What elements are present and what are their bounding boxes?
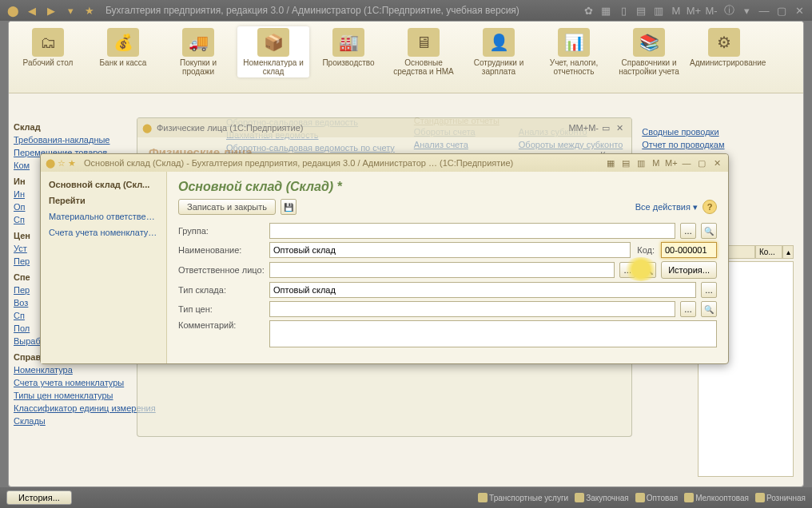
- calc-icon[interactable]: ▤: [633, 2, 649, 18]
- ribbon-admin[interactable]: ⚙Администрирование: [688, 26, 760, 69]
- doc-icon: [478, 493, 488, 502]
- input-group[interactable]: [269, 223, 675, 239]
- modal-fav-icon[interactable]: ★: [68, 158, 76, 169]
- bg-window-close-icon[interactable]: ✕: [613, 123, 627, 133]
- input-ptype[interactable]: [269, 301, 675, 317]
- doc-icon: [575, 493, 584, 502]
- modal-heading: Основной склад (Склад) *: [178, 180, 717, 194]
- menu-icon[interactable]: ▾: [738, 2, 754, 18]
- save-icon-button[interactable]: 💾: [281, 199, 297, 215]
- label-wtype: Тип склада:: [178, 285, 265, 295]
- modal-mem-m[interactable]: M: [650, 158, 663, 168]
- submenu-link[interactable]: Сводные проводки: [642, 125, 724, 138]
- bg-window-logo-icon: ⬤: [142, 123, 152, 133]
- mem-mplus[interactable]: M+: [686, 2, 702, 18]
- statusbar: История... Транспортные услуги Закупочна…: [0, 487, 812, 508]
- input-code[interactable]: [661, 242, 717, 258]
- modal-body: Основной склад (Склад) * Записать и закр…: [167, 172, 728, 363]
- note-icon[interactable]: ▯: [615, 2, 631, 18]
- help-icon[interactable]: ⓘ: [721, 2, 737, 18]
- logo-icon: ⬤: [5, 2, 21, 18]
- ptype-search-icon[interactable]: 🔍: [701, 301, 717, 317]
- modal-logo-icon: ⬤: [46, 158, 55, 169]
- status-link[interactable]: Транспортные услуги: [478, 493, 568, 502]
- mem-m[interactable]: M: [668, 2, 684, 18]
- bg-window-min-icon[interactable]: ▭: [599, 123, 613, 133]
- dropdown-icon[interactable]: ▾: [62, 2, 78, 18]
- app-titlebar: ⬤ ◀ ▶ ▾ ★ Бухгалтерия предприятия, редак…: [0, 0, 812, 21]
- modal-max-icon[interactable]: ▢: [695, 158, 708, 169]
- calendar-icon[interactable]: ▥: [651, 2, 667, 18]
- input-comment[interactable]: [269, 320, 717, 347]
- modal-mem-mp[interactable]: M+: [665, 158, 678, 168]
- ribbon-sales[interactable]: 🚚Покупки и продажи: [162, 26, 234, 77]
- input-wtype[interactable]: [269, 282, 696, 298]
- status-link[interactable]: Мелкооптовая: [684, 493, 749, 502]
- label-ptype: Тип цен:: [178, 304, 265, 314]
- modal-star-icon[interactable]: ☆: [58, 158, 66, 169]
- modal-nav-accounts[interactable]: Счета учета номенклатуры: [41, 224, 166, 240]
- modal-min-icon[interactable]: —: [680, 158, 693, 168]
- all-actions-link[interactable]: Все действия ▾: [635, 202, 698, 212]
- label-code: Код:: [635, 245, 656, 255]
- label-group: Группа:: [178, 226, 265, 236]
- bg-mem-mp[interactable]: M+: [576, 123, 589, 133]
- close-icon[interactable]: ✕: [791, 2, 807, 18]
- ribbon-hr[interactable]: 👤Сотрудники и зарплата: [463, 26, 535, 77]
- modal-titlebar[interactable]: ⬤ ☆ ★ Основной склад (Склад) - Бухгалтер…: [41, 154, 728, 172]
- right-col-scroll[interactable]: ▴: [782, 245, 794, 259]
- label-name: Наименование:: [178, 245, 265, 255]
- submenu-link[interactable]: Отчет по проводкам: [642, 138, 724, 151]
- right-col-2[interactable]: Ко...: [755, 245, 782, 259]
- modal-nav-goto: Перейти: [41, 192, 166, 208]
- ribbon-assets[interactable]: 🖥Основные средства и НМА: [388, 26, 460, 77]
- ribbon: 🗂Рабочий стол 💰Банк и касса 🚚Покупки и п…: [9, 22, 803, 93]
- maximize-icon[interactable]: ▢: [774, 2, 790, 18]
- ribbon-bank[interactable]: 💰Банк и касса: [87, 26, 159, 69]
- modal-toolbar: Записать и закрыть 💾 Все действия ▾ ?: [178, 199, 717, 215]
- modal-nav: Основной склад (Скл... Перейти Материаль…: [41, 172, 167, 363]
- modal-tool1-icon[interactable]: ▦: [604, 158, 617, 169]
- app-title: Бухгалтерия предприятия, редакция 3.0 / …: [101, 5, 577, 16]
- status-link[interactable]: Закупочная: [575, 493, 629, 502]
- modal-tool2-icon[interactable]: ▤: [619, 158, 632, 169]
- label-resp: Ответственное лицо:: [178, 265, 265, 275]
- resp-select-icon[interactable]: …: [619, 262, 635, 278]
- help-icon[interactable]: ?: [703, 200, 717, 214]
- mem-mminus[interactable]: M-: [703, 2, 719, 18]
- status-link[interactable]: Розничная: [755, 493, 806, 502]
- doc-icon: [684, 493, 694, 502]
- fav-icon[interactable]: ✿: [580, 2, 596, 18]
- modal-warehouse: ⬤ ☆ ★ Основной склад (Склад) - Бухгалтер…: [40, 153, 729, 364]
- modal-nav-resp[interactable]: Материально ответственн...: [41, 208, 166, 224]
- minimize-icon[interactable]: —: [756, 2, 772, 18]
- doc-icon: [635, 493, 645, 502]
- group-search-icon[interactable]: 🔍: [701, 223, 717, 239]
- grid-icon[interactable]: ▦: [598, 2, 614, 18]
- bg-mem-mm[interactable]: M-: [588, 123, 599, 133]
- history-button[interactable]: История...: [661, 261, 717, 279]
- save-close-button[interactable]: Записать и закрыть: [178, 199, 276, 215]
- modal-close-icon[interactable]: ✕: [710, 158, 723, 169]
- modal-title-text: Основной склад (Склад) - Бухгалтерия пре…: [79, 158, 601, 168]
- ribbon-accounting[interactable]: 📊Учет, налоги, отчетность: [538, 26, 610, 77]
- status-link[interactable]: Оптовая: [635, 493, 678, 502]
- ptype-select-icon[interactable]: …: [680, 301, 696, 317]
- label-comment: Комментарий:: [178, 320, 265, 330]
- history-tabs-button[interactable]: История...: [6, 490, 72, 505]
- back-icon[interactable]: ◀: [24, 2, 40, 18]
- wtype-select-icon[interactable]: …: [701, 282, 717, 298]
- ribbon-stock[interactable]: 📦Номенклатура и склад: [237, 26, 309, 77]
- resp-search-icon[interactable]: 🔍: [640, 262, 656, 278]
- ribbon-production[interactable]: 🏭Производство: [312, 26, 384, 69]
- input-name[interactable]: [269, 242, 631, 258]
- star-icon[interactable]: ★: [82, 2, 98, 18]
- modal-nav-main[interactable]: Основной склад (Скл...: [41, 177, 166, 192]
- forward-icon[interactable]: ▶: [43, 2, 59, 18]
- input-resp[interactable]: [269, 262, 615, 278]
- modal-tool3-icon[interactable]: ▥: [635, 158, 647, 169]
- ribbon-desktop[interactable]: 🗂Рабочий стол: [12, 26, 84, 69]
- bg-mem-m[interactable]: M: [568, 123, 575, 133]
- group-select-icon[interactable]: …: [680, 223, 696, 239]
- ribbon-references[interactable]: 📚Справочники и настройки учета: [613, 26, 685, 77]
